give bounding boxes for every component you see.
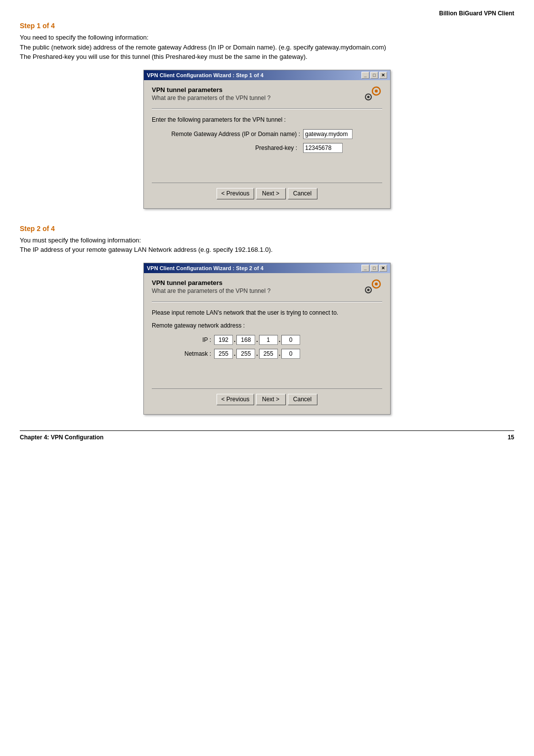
step1-gateway-input[interactable] (303, 129, 353, 139)
maximize-button[interactable]: □ (370, 72, 378, 79)
step2-ndot1: . (234, 350, 235, 357)
step2-titlebar-text: VPN Client Configuration Wizard : Step 2… (147, 265, 264, 271)
step2-ip2[interactable] (236, 335, 255, 345)
step1-content: Enter the following parameters for the V… (152, 113, 382, 160)
svg-point-1 (375, 90, 378, 93)
titlebar-buttons: _ □ ✕ (361, 72, 387, 79)
step2-ndot3: . (279, 350, 280, 357)
step1-gateway-label: Remote Gateway Address (IP or Domain nam… (152, 131, 300, 138)
step2-dot1: . (234, 336, 235, 343)
step2-dialog-body: VPN tunnel parameters What are the param… (144, 273, 390, 414)
step2-close-button[interactable]: ✕ (379, 265, 387, 272)
step2-netmask-label: Netmask : (152, 350, 211, 357)
step1-preshared-label: Preshared-key : (152, 144, 300, 151)
step2-section: Step 2 of 4 You must specify the followi… (20, 225, 514, 415)
step2-section-sub: What are the parameters of the VPN tunne… (152, 287, 270, 294)
step2-title: Step 2 of 4 (20, 225, 514, 233)
vpn-icon (362, 86, 382, 103)
step2-netmask-row: Netmask : . . . (152, 349, 382, 359)
step1-titlebar-text: VPN Client Configuration Wizard : Step 1… (147, 72, 264, 78)
step2-network-label: Remote gateway network address : (152, 322, 382, 329)
step2-prev-button[interactable]: < Previous (217, 394, 254, 405)
step2-minimize-button[interactable]: _ (361, 265, 369, 272)
step1-title: Step 1 of 4 (20, 22, 514, 30)
step2-desc1: You must specify the following informati… (20, 236, 141, 244)
close-button[interactable]: ✕ (379, 72, 387, 79)
step2-ip1[interactable] (214, 335, 233, 345)
step2-instruction: Please input remote LAN's network that t… (152, 309, 382, 316)
step1-next-button[interactable]: Next > (256, 188, 286, 199)
step2-desc: You must specify the following informati… (20, 236, 514, 255)
step2-nm3[interactable] (259, 349, 278, 359)
step2-cancel-button[interactable]: Cancel (288, 394, 317, 405)
step1-footer: < Previous Next > Cancel (152, 183, 382, 202)
step2-dialog: VPN Client Configuration Wizard : Step 2… (143, 263, 391, 415)
step1-preshared-row: Preshared-key : (152, 143, 382, 153)
step2-titlebar-buttons: _ □ ✕ (361, 265, 387, 272)
step2-nm1[interactable] (214, 349, 233, 359)
brand-label: Billion BiGuard VPN Client (20, 10, 514, 17)
svg-point-5 (375, 283, 378, 285)
step1-preshared-input[interactable] (303, 143, 343, 153)
step2-ip4[interactable] (281, 335, 300, 345)
step2-header-section: VPN tunnel parameters What are the param… (152, 279, 382, 296)
step1-section: Step 1 of 4 You need to specify the foll… (20, 22, 514, 209)
step1-section-title: VPN tunnel parameters (152, 86, 270, 94)
step1-desc1: You need to specify the following inform… (20, 34, 148, 41)
step1-desc2: The public (network side) address of the… (20, 44, 386, 51)
step2-nm4[interactable] (281, 349, 300, 359)
step2-ip-row: IP : . . . (152, 335, 382, 345)
step2-maximize-button[interactable]: □ (370, 265, 378, 272)
svg-point-3 (367, 95, 370, 98)
page-number: 15 (508, 434, 514, 441)
step2-nm2[interactable] (236, 349, 255, 359)
step1-gateway-row: Remote Gateway Address (IP or Domain nam… (152, 129, 382, 139)
step1-section-sub: What are the parameters of the VPN tunne… (152, 94, 270, 101)
step2-content: Please input remote LAN's network that t… (152, 306, 382, 366)
svg-point-7 (367, 288, 370, 291)
step1-separator (152, 108, 382, 109)
step2-ip-label: IP : (152, 336, 211, 343)
chapter-label: Chapter 4: VPN Configuration (20, 434, 103, 441)
step2-dot3: . (279, 336, 280, 343)
step2-footer: < Previous Next > Cancel (152, 388, 382, 408)
step1-dialog-body: VPN tunnel parameters What are the param… (144, 80, 390, 208)
step2-vpn-icon (362, 279, 382, 296)
step1-desc3: The Preshared-key you will use for this … (20, 53, 308, 60)
step1-header-section: VPN tunnel parameters What are the param… (152, 86, 382, 103)
step2-section-title: VPN tunnel parameters (152, 279, 270, 286)
step2-desc2: The IP address of your remote gateway LA… (20, 246, 272, 253)
step1-prev-button[interactable]: < Previous (217, 188, 254, 199)
page-footer: Chapter 4: VPN Configuration 15 (20, 430, 514, 441)
step2-separator (152, 301, 382, 302)
step1-dialog: VPN Client Configuration Wizard : Step 1… (143, 70, 391, 209)
step2-ip3[interactable] (259, 335, 278, 345)
step2-ndot2: . (256, 350, 258, 357)
step2-next-button[interactable]: Next > (256, 394, 286, 405)
step1-instruction: Enter the following parameters for the V… (152, 116, 382, 123)
step1-cancel-button[interactable]: Cancel (288, 188, 317, 199)
step2-header-text: VPN tunnel parameters What are the param… (152, 279, 270, 294)
step2-dot2: . (256, 336, 258, 343)
step2-titlebar: VPN Client Configuration Wizard : Step 2… (144, 263, 390, 273)
step1-header-text: VPN tunnel parameters What are the param… (152, 86, 270, 101)
step1-titlebar: VPN Client Configuration Wizard : Step 1… (144, 70, 390, 80)
minimize-button[interactable]: _ (361, 72, 369, 79)
step1-desc: You need to specify the following inform… (20, 33, 514, 62)
